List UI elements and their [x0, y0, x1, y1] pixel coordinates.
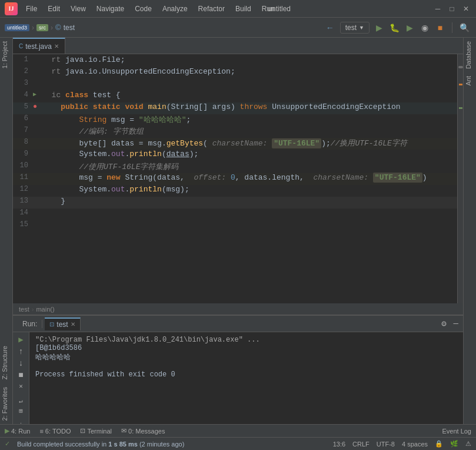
line-number-8: 8 [13, 138, 33, 146]
run-toolbar: ▶ 🐛 ▶ ◉ ■ [372, 21, 447, 35]
run-button[interactable]: ▶ [372, 21, 386, 35]
minimize-button[interactable]: ─ [432, 4, 443, 14]
line-indicator-4: ▶ [33, 91, 42, 98]
stop-button[interactable]: ■ [433, 21, 447, 35]
build-status-text: Build completed successfully in 1 s 85 m… [17, 441, 328, 448]
todo-tool-button[interactable]: ≡ 6: TODO [37, 427, 73, 435]
menu-navigate[interactable]: Navigate [92, 4, 129, 14]
menu-code[interactable]: Code [130, 4, 157, 14]
code-line-7: 7 //编码: 字节数组 [13, 126, 457, 138]
process-exitcode: exit code 0 [124, 370, 175, 379]
code-line-13: 13 } [13, 197, 457, 209]
src-badge: src [36, 24, 48, 31]
project-panel-label[interactable]: 1: Project [0, 38, 12, 72]
code-editor: 1 rt java.io.File; 2 rt java.io.Unsuppor… [13, 54, 463, 303]
maximize-button[interactable]: □ [447, 4, 457, 14]
code-line-2: 2 rt java.io.UnsupportedEncodingExceptio… [13, 67, 457, 79]
code-area[interactable]: 1 rt java.io.File; 2 rt java.io.Unsuppor… [13, 54, 457, 303]
terminal-tool-button[interactable]: ⊡ Terminal [78, 426, 114, 435]
favorites-panel-label[interactable]: 2: Favorites [0, 383, 12, 424]
lock-icon: 🔒 [435, 440, 443, 448]
run-output[interactable]: "C:\Program Files\Java\jdk1.8.0_241\bin\… [29, 332, 463, 424]
close-button[interactable]: ✕ [461, 4, 471, 14]
code-text-6: String msg = "哈哈哈哈哈"; [42, 114, 457, 125]
menu-view[interactable]: View [66, 4, 91, 14]
build-time: 1 s 85 ms [108, 441, 138, 448]
code-line-5: 5 ● public static void main(String[] arg… [13, 102, 457, 114]
terminal-label: Terminal [87, 428, 112, 435]
back-button[interactable]: ← [322, 22, 338, 34]
ant-panel-label[interactable]: Ant [464, 72, 476, 90]
warning-icon: ⚠ [465, 440, 471, 448]
cursor-position[interactable]: 13:6 [333, 441, 345, 448]
line-number-5: 5 [13, 102, 33, 111]
project-badge: untitled3 [5, 24, 29, 31]
run-tab-close[interactable]: ✕ [71, 321, 75, 327]
indent-style[interactable]: 4 spaces [402, 441, 428, 448]
run-tab[interactable]: ⊡ test ✕ [45, 317, 80, 330]
stop-run-button[interactable]: ■ [16, 370, 26, 380]
menu-edit[interactable]: Edit [43, 4, 65, 14]
breadcrumb-sep: › [32, 306, 34, 313]
scroll-indicator[interactable] [457, 54, 463, 303]
bottom-toolbar: ▶ 4: Run ≡ 6: TODO ⊡ Terminal ✉ 0: Messa… [0, 424, 476, 437]
structure-panel-label[interactable]: Z: Structure [0, 342, 12, 383]
run-cmd-line: "C:\Program Files\Java\jdk1.8.0_241\bin\… [35, 336, 457, 344]
event-log-button[interactable]: Event Log [440, 427, 474, 435]
run-config-combo[interactable]: test ▼ [340, 22, 370, 34]
encoding[interactable]: UTF-8 [377, 441, 395, 448]
line-ending[interactable]: CRLF [352, 441, 370, 448]
menu-analyze[interactable]: Analyze [158, 4, 192, 14]
left-panel: 1: Project Z: Structure 2: Favorites [0, 38, 13, 424]
process-text: Process finished [35, 370, 107, 379]
breadcrumb-item-main: main() [36, 306, 54, 313]
code-line-14: 14 [13, 209, 457, 220]
line-number-15: 15 [13, 220, 33, 229]
line-number-13: 13 [13, 197, 33, 205]
breadcrumb-item-test: test [19, 306, 29, 313]
bottom-tab-bar: Run: ⊡ test ✕ ⚙ ─ [13, 316, 463, 332]
tab-close-button[interactable]: ✕ [54, 43, 59, 49]
code-text-2: rt java.io.UnsupportedEncodingException; [42, 67, 457, 76]
breadcrumb-sep2: › [51, 24, 53, 32]
database-panel-label[interactable]: Database [464, 38, 476, 72]
code-line-11: 11 msg = new String(datas, offset: 0, da… [13, 173, 457, 185]
code-line-9: 9 System.out.println(datas); [13, 150, 457, 161]
menu-file[interactable]: File [21, 4, 42, 14]
profile-button[interactable]: ◉ [418, 21, 432, 35]
window-title: untitled [202, 5, 355, 13]
run-output-container: ▶ ↑ ↓ ■ ✕ ↵ ⊞ ⋮ "C:\Program Files\Java\j… [13, 332, 463, 424]
line-number-9: 9 [13, 150, 33, 158]
messages-tool-button[interactable]: ✉ 0: Messages [119, 426, 167, 435]
print-button[interactable]: ⊞ [16, 407, 26, 415]
run-tool-label: 4: Run [11, 428, 30, 435]
todo-icon: ≡ [39, 428, 43, 435]
run-label: Run: [18, 320, 42, 328]
line-number-14: 14 [13, 209, 33, 217]
run-with-coverage-button[interactable]: ▶ [402, 21, 417, 35]
debug-button[interactable]: 🐛 [387, 21, 401, 35]
minimize-panel-button[interactable]: ─ [454, 319, 458, 329]
search-everywhere-button[interactable]: 🔍 [457, 21, 471, 35]
scroll-up-button[interactable]: ↑ [16, 347, 26, 356]
app-logo: IJ [5, 2, 18, 15]
tab-test-java[interactable]: C test.java ✕ [13, 38, 65, 54]
scroll-down-button[interactable]: ↓ [16, 359, 26, 368]
code-text-7: //编码: 字节数组 [42, 126, 457, 137]
rerun-button[interactable]: ▶ [16, 335, 26, 345]
scroll-thumb [458, 66, 463, 68]
code-line-6: 6 String msg = "哈哈哈哈哈"; [13, 114, 457, 126]
wrap-button[interactable]: ↵ [16, 397, 26, 405]
scroll-mark-2 [459, 107, 462, 109]
close-run-button[interactable]: ✕ [16, 382, 26, 390]
settings-button[interactable]: ⚙ [441, 319, 446, 329]
messages-label: 0: Messages [128, 428, 165, 435]
file-name: test [64, 24, 75, 32]
run-tool-button[interactable]: ▶ 4: Run [2, 426, 32, 435]
code-text-9: System.out.println(datas); [42, 150, 457, 158]
code-text-5: public static void main(String[] args) t… [42, 102, 457, 111]
run-tab-icon: ⊡ [49, 321, 54, 327]
todo-label: 6: TODO [45, 428, 71, 435]
code-line-10: 10 //使用UTF-16LE字符集解码 [13, 161, 457, 173]
run-config-name: test [345, 24, 357, 32]
